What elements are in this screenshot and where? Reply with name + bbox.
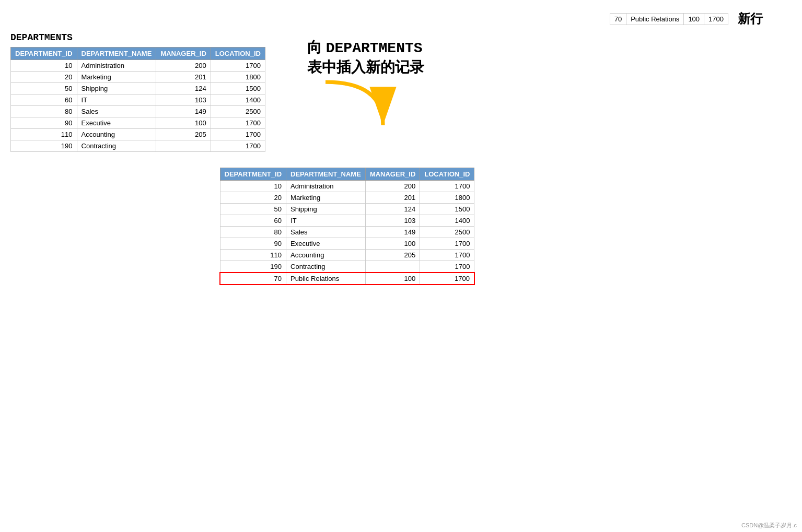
snippet-manager-id: 100 [684,13,704,25]
cell-dept-name: Accounting [286,250,366,261]
header-manager-id: MANAGER_ID [156,48,211,60]
table-row: 190 Contracting 1700 [220,261,474,273]
table-row: 50 Shipping 124 1500 [11,83,265,94]
annotation-departments: DEPARTMENTS [326,40,423,56]
table-row: 110 Accounting 205 1700 [11,129,265,140]
table-row: 90 Executive 100 1700 [11,117,265,129]
cell-location-id: 1400 [420,215,474,227]
header-dept-name: DEPARTMENT_NAME [77,48,156,60]
cell-location-id: 1800 [420,192,474,204]
cell-manager-id: 100 [365,238,420,250]
annotation-text: 向 DEPARTMENTS 表中插入新的记录 [307,38,424,77]
cell-dept-id: 80 [220,227,286,238]
cell-dept-name: Sales [286,227,366,238]
cell-location-id: 1700 [211,117,265,129]
arrow-icon [307,77,401,135]
table-header-row-bottom: DEPARTMENT_ID DEPARTMENT_NAME MANAGER_ID… [220,168,474,181]
cell-dept-id: 110 [220,250,286,261]
cell-location-id: 1700 [420,250,474,261]
new-row-label: 新行 [738,10,763,27]
cell-dept-name: Marketing [77,72,156,83]
cell-dept-name: Shipping [286,204,366,215]
table-row: 10 Administration 200 1700 [11,60,265,72]
cell-dept-name: Administration [286,181,366,192]
cell-manager-id: 200 [365,181,420,192]
cell-dept-id: 20 [220,192,286,204]
table-row: 60 IT 103 1400 [11,94,265,106]
table-row: 90 Executive 100 1700 [220,238,474,250]
snippet-location-id: 1700 [704,13,728,25]
cell-dept-name: Marketing [286,192,366,204]
header-dept-id: DEPARTMENT_ID [11,48,77,60]
cell-dept-name: Contracting [77,140,156,152]
cell-location-id: 2500 [420,227,474,238]
cell-manager-id: 149 [156,106,211,117]
header-dept-name-b: DEPARTMENT_NAME [286,168,366,181]
cell-dept-id: 10 [11,60,77,72]
cell-dept-id: 50 [220,204,286,215]
watermark: CSDN@温柔子岁月.c [741,522,797,529]
cell-manager-id: 124 [365,204,420,215]
table-row: 20 Marketing 201 1800 [220,192,474,204]
cell-dept-id: 80 [11,106,77,117]
cell-dept-name: Administration [77,60,156,72]
cell-manager-id: 100 [156,117,211,129]
cell-location-id: 1700 [211,129,265,140]
cell-dept-id: 60 [220,215,286,227]
new-row-location-id: 1700 [420,273,474,285]
cell-manager-id: 200 [156,60,211,72]
cell-dept-id: 50 [11,83,77,94]
cell-location-id: 1700 [420,181,474,192]
cell-dept-name: Sales [77,106,156,117]
cell-location-id: 1500 [420,204,474,215]
table-row: 60 IT 103 1400 [220,215,474,227]
cell-dept-name: Executive [286,238,366,250]
snippet-dept-id: 70 [610,13,626,25]
departments-table-top: DEPARTMENT_ID DEPARTMENT_NAME MANAGER_ID… [10,47,265,152]
table-row: 190 Contracting 1700 [11,140,265,152]
table-row: 80 Sales 149 2500 [220,227,474,238]
cell-manager-id: 103 [156,94,211,106]
cell-manager-id: 103 [365,215,420,227]
cell-manager-id [156,140,211,152]
cell-dept-id: 20 [11,72,77,83]
departments-title-top: DEPARTMENTS [10,32,265,43]
departments-table-bottom: DEPARTMENT_ID DEPARTMENT_NAME MANAGER_ID… [219,168,475,285]
new-row-manager-id: 100 [365,273,420,285]
table-header-row: DEPARTMENT_ID DEPARTMENT_NAME MANAGER_ID… [11,48,265,60]
cell-location-id: 1700 [211,140,265,152]
new-row-dept-name: Public Relations [286,273,366,285]
table-row: 10 Administration 200 1700 [220,181,474,192]
cell-location-id: 1700 [420,238,474,250]
cell-dept-name: IT [77,94,156,106]
cell-manager-id: 124 [156,83,211,94]
top-snippet-table: 70 Public Relations 100 1700 [610,13,728,25]
header-dept-id-b: DEPARTMENT_ID [220,168,286,181]
cell-location-id: 1700 [420,261,474,273]
cell-dept-name: IT [286,215,366,227]
table-row: 110 Accounting 205 1700 [220,250,474,261]
cell-dept-id: 60 [11,94,77,106]
cell-dept-id: 90 [11,117,77,129]
cell-location-id: 2500 [211,106,265,117]
annotation-section: 向 DEPARTMENTS 表中插入新的记录 [307,38,424,136]
header-manager-id-b: MANAGER_ID [365,168,420,181]
table-row: 20 Marketing 201 1800 [11,72,265,83]
cell-location-id: 1400 [211,94,265,106]
cell-manager-id: 201 [156,72,211,83]
cell-dept-id: 90 [220,238,286,250]
bottom-section: DEPARTMENT_ID DEPARTMENT_NAME MANAGER_ID… [10,168,792,285]
cell-dept-name: Executive [77,117,156,129]
cell-dept-id: 190 [11,140,77,152]
new-inserted-row: 70 Public Relations 100 1700 [220,273,474,285]
cell-dept-id: 190 [220,261,286,273]
cell-dept-name: Accounting [77,129,156,140]
cell-location-id: 1700 [211,60,265,72]
annotation-line1: 向 [307,39,326,55]
header-location-id: LOCATION_ID [211,48,265,60]
cell-dept-name: Contracting [286,261,366,273]
cell-location-id: 1500 [211,83,265,94]
cell-manager-id [365,261,420,273]
top-snippet-row: 70 Public Relations 100 1700 [610,13,728,25]
header-location-id-b: LOCATION_ID [420,168,474,181]
